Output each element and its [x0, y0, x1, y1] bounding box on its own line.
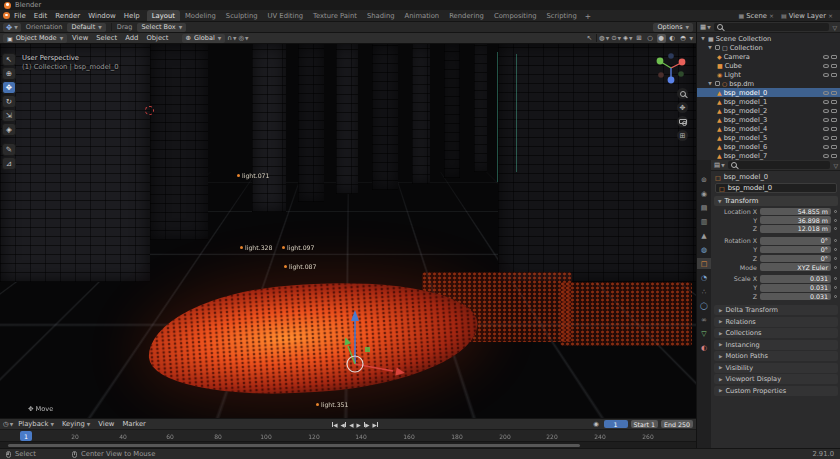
- render-visibility-icon[interactable]: [831, 145, 837, 149]
- location-x-field[interactable]: 54.855 m: [760, 208, 831, 216]
- panel-collections[interactable]: ▶Collections: [714, 328, 838, 338]
- render-visibility-icon[interactable]: [831, 91, 837, 95]
- light-object[interactable]: light.087: [284, 263, 317, 270]
- menu-view[interactable]: View: [69, 34, 91, 42]
- visibility-dropdown-icon[interactable]: ◍▼: [599, 34, 609, 43]
- menu-edit[interactable]: Edit: [30, 12, 52, 20]
- location-y-field[interactable]: 36.898 m: [760, 216, 831, 224]
- move-tool-icon[interactable]: ✥: [2, 81, 16, 94]
- zoom-icon[interactable]: [677, 88, 688, 99]
- filter-icon[interactable]: ▽: [833, 162, 838, 169]
- render-visibility-icon[interactable]: [831, 100, 837, 104]
- snap-magnet-icon[interactable]: ∩▼: [227, 34, 236, 43]
- menu-select[interactable]: Select: [93, 34, 120, 42]
- panel-visibility[interactable]: ▶Visibility: [714, 363, 838, 373]
- move-gizmo[interactable]: [306, 302, 406, 412]
- shading-rendered-icon[interactable]: ◓: [679, 34, 688, 43]
- orientation-dropdown[interactable]: Default ▼: [67, 23, 105, 32]
- rotate-tool-icon[interactable]: ↻: [2, 95, 16, 108]
- playhead[interactable]: 1: [20, 431, 32, 441]
- shading-material-icon[interactable]: ◐: [668, 34, 677, 43]
- physics-tab-icon[interactable]: ◯: [697, 300, 711, 311]
- panel-motion-paths[interactable]: ▶Motion Paths: [714, 351, 838, 361]
- workspace-tab-modeling[interactable]: Modeling: [180, 10, 221, 21]
- visibility-eye-icon[interactable]: [823, 73, 829, 77]
- outliner-display-mode-icon[interactable]: ▦▼: [700, 23, 711, 32]
- menu-render[interactable]: Render: [51, 12, 84, 20]
- filter-icon[interactable]: ▽: [832, 24, 837, 31]
- properties-search-input[interactable]: [728, 161, 831, 169]
- animate-dot-icon[interactable]: [834, 227, 837, 230]
- outliner-row-collection[interactable]: ▼▢Collection: [697, 43, 840, 52]
- render-visibility-icon[interactable]: [831, 64, 837, 68]
- render-visibility-icon[interactable]: [831, 154, 837, 158]
- measure-tool-icon[interactable]: ⊿: [2, 157, 16, 170]
- workspace-tab-scripting[interactable]: Scripting: [542, 10, 582, 21]
- workspace-tab-uv-editing[interactable]: UV Editing: [263, 10, 308, 21]
- outliner-row-bsp-model-3[interactable]: ▲bsp_model_3: [697, 115, 840, 124]
- current-frame-field[interactable]: 1: [604, 420, 628, 428]
- select-box-tool-icon[interactable]: ↖: [2, 53, 16, 66]
- panel-viewport-display[interactable]: ▶Viewport Display: [714, 374, 838, 384]
- animate-dot-icon[interactable]: [834, 210, 837, 213]
- animate-dot-icon[interactable]: [834, 266, 837, 269]
- light-object[interactable]: light.071: [237, 172, 270, 179]
- visibility-eye-icon[interactable]: [823, 127, 829, 131]
- panel-delta-transform[interactable]: ▶Delta Transform: [714, 305, 838, 315]
- menu-marker[interactable]: Marker: [119, 420, 149, 428]
- scale-z-field[interactable]: 0.031: [760, 293, 831, 301]
- render-visibility-icon[interactable]: [831, 73, 837, 77]
- animate-dot-icon[interactable]: [834, 257, 837, 260]
- options-dropdown[interactable]: Options ▼: [653, 23, 693, 32]
- scale-x-field[interactable]: 0.031: [760, 275, 831, 283]
- object-tab-icon[interactable]: □: [697, 258, 711, 269]
- workspace-tab-animation[interactable]: Animation: [400, 10, 445, 21]
- object-name-field[interactable]: □ bsp_model_0: [715, 183, 837, 193]
- animate-dot-icon[interactable]: [834, 295, 837, 298]
- outliner-row-bsp-model-2[interactable]: ▲bsp_model_2: [697, 106, 840, 115]
- scene-selector[interactable]: ▦ Scene ×: [739, 12, 774, 20]
- frame-start-field[interactable]: Start 1: [631, 420, 658, 428]
- visibility-eye-icon[interactable]: [823, 100, 829, 104]
- animate-dot-icon[interactable]: [834, 239, 837, 242]
- workspace-tab-layout[interactable]: Layout: [147, 10, 180, 21]
- object-data-tab-icon[interactable]: ▽: [697, 328, 711, 339]
- view-layer-selector[interactable]: ▤ View Layer ×: [781, 12, 833, 20]
- transform-tool-icon[interactable]: ◈: [2, 123, 16, 136]
- location-z-field[interactable]: 12.018 m: [760, 225, 831, 233]
- modifiers-tab-icon[interactable]: ◔: [697, 272, 711, 283]
- timeline-scrollbar[interactable]: [8, 444, 580, 447]
- outliner-row-camera[interactable]: ◆Camera: [697, 52, 840, 61]
- workspace-tab-texture-paint[interactable]: Texture Paint: [308, 10, 362, 21]
- scale-y-field[interactable]: 0.031: [760, 284, 831, 292]
- menu-object[interactable]: Object: [143, 34, 171, 42]
- visibility-eye-icon[interactable]: [823, 145, 829, 149]
- orbit-navigation-gizmo[interactable]: [653, 50, 689, 86]
- next-keyframe-button[interactable]: ▶: [364, 422, 370, 428]
- overlays-dropdown-icon[interactable]: ◈▼: [623, 34, 632, 43]
- visibility-eye-icon[interactable]: [823, 154, 829, 158]
- frame-end-field[interactable]: End 250: [661, 420, 693, 428]
- outliner-search-input[interactable]: [714, 23, 830, 31]
- panel-instancing[interactable]: ▶Instancing: [714, 340, 838, 350]
- gizmos-dropdown-icon[interactable]: ⊙▼: [611, 34, 621, 43]
- scale-tool-icon[interactable]: ⇲: [2, 109, 16, 122]
- constraints-tab-icon[interactable]: ∞: [697, 314, 711, 325]
- render-visibility-icon[interactable]: [831, 136, 837, 140]
- camera-view-icon[interactable]: [677, 116, 688, 127]
- panel-relations[interactable]: ▶Relations: [714, 317, 838, 327]
- xray-toggle-icon[interactable]: ⊞: [635, 34, 644, 43]
- world-tab-icon[interactable]: ◍: [697, 244, 711, 255]
- rotation-z-field[interactable]: 0°: [760, 255, 831, 263]
- transform-orientation-dropdown[interactable]: ⊕ Global ▼: [182, 34, 226, 43]
- drag-mode-dropdown[interactable]: Select Box ▼: [137, 23, 186, 32]
- light-object[interactable]: light.328: [240, 244, 273, 251]
- outliner-row-bsp-model-7[interactable]: ▲bsp_model_7: [697, 151, 840, 160]
- animate-dot-icon[interactable]: [834, 286, 837, 289]
- auto-keying-icon[interactable]: ◉: [592, 420, 601, 429]
- workspace-tab-rendering[interactable]: Rendering: [444, 10, 489, 21]
- outliner-row-bsp-model-0[interactable]: ▲bsp_model_0: [697, 88, 840, 97]
- particles-tab-icon[interactable]: ∴: [697, 286, 711, 297]
- menu-add[interactable]: Add: [122, 34, 141, 42]
- play-button[interactable]: ▶: [357, 422, 361, 428]
